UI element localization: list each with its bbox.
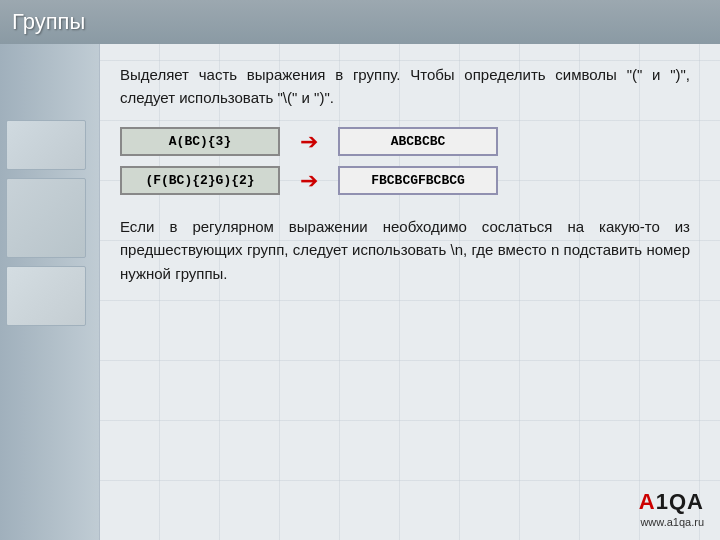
result-output-2: FBCBCGFBCBCG bbox=[338, 166, 498, 195]
left-box-1 bbox=[6, 120, 86, 170]
description-paragraph-1: Выделяет часть выражения в группу. Чтобы… bbox=[120, 64, 690, 109]
logo-area: A1QA www.a1qa.ru bbox=[639, 489, 704, 528]
regex-input-2: (F(BC){2}G){2} bbox=[120, 166, 280, 195]
left-box-2 bbox=[6, 178, 86, 258]
arrow-icon-1: ➔ bbox=[300, 129, 318, 155]
page-title: Группы bbox=[12, 9, 85, 35]
content-area: Выделяет часть выражения в группу. Чтобы… bbox=[100, 44, 720, 540]
description-paragraph-2: Если в регулярном выражении необходимо с… bbox=[120, 215, 690, 285]
left-box-3 bbox=[6, 266, 86, 326]
arrow-icon-2: ➔ bbox=[300, 168, 318, 194]
logo-rest: 1QA bbox=[656, 489, 704, 514]
examples-grid: A(BC){3} ➔ ABCBCBC (F(BC){2}G){2} ➔ FBCB… bbox=[120, 127, 690, 195]
result-output-1: ABCBCBC bbox=[338, 127, 498, 156]
left-decorative-boxes bbox=[6, 120, 86, 326]
example-row-1: A(BC){3} ➔ ABCBCBC bbox=[120, 127, 690, 156]
logo-url: www.a1qa.ru bbox=[639, 516, 704, 528]
regex-input-1: A(BC){3} bbox=[120, 127, 280, 156]
title-bar: Группы bbox=[0, 0, 720, 44]
logo-brand: A1QA bbox=[639, 489, 704, 515]
logo-a: A bbox=[639, 489, 656, 514]
left-column bbox=[0, 0, 100, 540]
example-row-2: (F(BC){2}G){2} ➔ FBCBCGFBCBCG bbox=[120, 166, 690, 195]
